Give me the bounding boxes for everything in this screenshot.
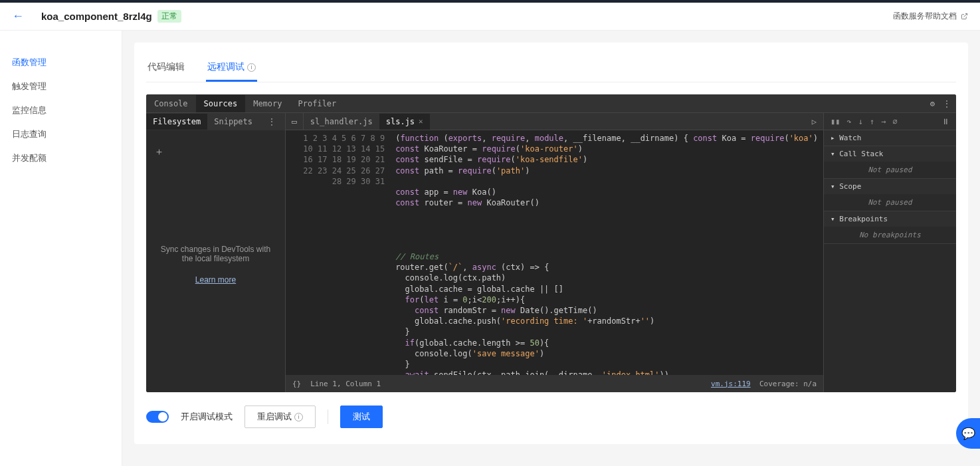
- info-icon[interactable]: i: [247, 63, 256, 72]
- editor-pane: ▭ sl_handler.js sls.js✕ ▷ 1 2 3 4 5 6 7 …: [286, 113, 823, 392]
- sync-message: Sync changes in DevTools with the local …: [154, 245, 277, 263]
- source-link[interactable]: vm.js:119: [711, 380, 751, 388]
- step-out-icon[interactable]: ↑: [870, 117, 874, 126]
- file-tab-sls[interactable]: sls.js✕: [379, 114, 430, 130]
- status-badge: 正常: [157, 10, 181, 23]
- back-arrow-icon[interactable]: ←: [12, 9, 24, 23]
- sidebar-item-trigger-manage[interactable]: 触发管理: [0, 74, 122, 98]
- button-label: 重启调试: [257, 411, 292, 423]
- file-tab-label: sl_handler.js: [310, 117, 373, 126]
- sidebar-item-logs[interactable]: 日志查询: [0, 122, 122, 146]
- watch-section[interactable]: ▸ Watch: [824, 130, 956, 146]
- devtools-tab-sources[interactable]: Sources: [196, 95, 246, 112]
- help-doc-link[interactable]: 函数服务帮助文档: [893, 11, 968, 22]
- close-icon[interactable]: ✕: [419, 117, 423, 126]
- gear-icon[interactable]: ⚙: [930, 99, 935, 108]
- test-button[interactable]: 测试: [340, 406, 383, 428]
- divider: [328, 409, 328, 424]
- restart-debug-button[interactable]: 重启调试i: [245, 406, 316, 428]
- step-icon[interactable]: →: [881, 117, 886, 126]
- devtools-top-tabs: Console Sources Memory Profiler ⚙ ⋮: [146, 94, 956, 113]
- deactivate-bp-icon[interactable]: ⌀: [892, 117, 897, 126]
- step-over-icon[interactable]: ↷: [846, 117, 851, 126]
- bottom-actions: 开启调试模式 重启调试i 测试: [146, 406, 956, 428]
- sidebar-item-monitor[interactable]: 监控信息: [0, 98, 122, 122]
- tab-code-edit[interactable]: 代码编辑: [146, 55, 186, 82]
- page-header: ← koa_component_8rzl4g 正常 函数服务帮助文档: [0, 3, 980, 31]
- file-tab-label: sls.js: [386, 117, 415, 126]
- left-tab-snippets[interactable]: Snippets: [207, 114, 259, 130]
- external-link-icon: [961, 13, 968, 20]
- breakpoints-body: No breakpoints: [824, 227, 956, 243]
- callstack-body: Not paused: [824, 162, 956, 178]
- devtools-tab-profiler[interactable]: Profiler: [290, 95, 345, 112]
- breakpoints-section[interactable]: ▾ Breakpoints: [824, 211, 956, 227]
- learn-more-link[interactable]: Learn more: [195, 275, 236, 285]
- callstack-section[interactable]: ▾ Call Stack: [824, 146, 956, 162]
- braces-icon[interactable]: {}: [292, 380, 301, 388]
- navigator-icon[interactable]: ▭: [286, 113, 304, 130]
- sources-left-pane: Filesystem Snippets ⋮ ＋ Sync changes in …: [146, 113, 286, 392]
- scope-body: Not paused: [824, 194, 956, 211]
- scope-section[interactable]: ▾ Scope: [824, 179, 956, 194]
- pause-exceptions-icon[interactable]: ⏸: [941, 117, 949, 126]
- kebab-icon[interactable]: ⋮: [264, 117, 280, 126]
- tab-remote-debug[interactable]: 远程调试i: [206, 55, 257, 82]
- file-tab-sl-handler[interactable]: sl_handler.js: [304, 114, 379, 130]
- code-editor[interactable]: 1 2 3 4 5 6 7 8 9 10 11 12 13 14 15 16 1…: [286, 130, 823, 375]
- debug-mode-label: 开启调试模式: [181, 411, 233, 423]
- page-title: koa_component_8rzl4g: [41, 11, 152, 22]
- add-folder-icon[interactable]: ＋: [154, 146, 164, 158]
- coverage-label: Coverage: n/a: [759, 380, 817, 388]
- devtools-tab-console[interactable]: Console: [146, 95, 196, 112]
- debugger-pane: ▮▮ ↷ ↓ ↑ → ⌀ ⏸ ▸ Watch ▾ Call Stack Not …: [823, 113, 956, 392]
- tab-label: 远程调试: [207, 61, 245, 73]
- help-doc-label: 函数服务帮助文档: [893, 11, 957, 21]
- cursor-position: Line 1, Column 1: [310, 380, 381, 388]
- tab-label: 代码编辑: [147, 61, 185, 73]
- devtools-panel: Console Sources Memory Profiler ⚙ ⋮ File…: [146, 94, 956, 392]
- pause-icon[interactable]: ▮▮: [831, 117, 840, 126]
- left-tab-filesystem[interactable]: Filesystem: [146, 114, 207, 130]
- debug-mode-toggle[interactable]: [146, 411, 169, 423]
- sidebar-item-function-manage[interactable]: 函数管理: [0, 51, 122, 74]
- run-snippet-icon[interactable]: ▷: [805, 117, 823, 126]
- content-tabs: 代码编辑 远程调试i: [146, 43, 956, 82]
- editor-status-bar: {} Line 1, Column 1 vm.js:119 Coverage: …: [286, 375, 823, 392]
- step-into-icon[interactable]: ↓: [858, 117, 863, 126]
- devtools-tab-memory[interactable]: Memory: [245, 95, 290, 112]
- kebab-icon[interactable]: ⋮: [943, 99, 951, 108]
- code-body[interactable]: (function (exports, require, module, __f…: [390, 130, 823, 375]
- sidebar-item-concurrency[interactable]: 并发配额: [0, 146, 122, 170]
- left-sidebar: 函数管理 触发管理 监控信息 日志查询 并发配额: [0, 31, 122, 466]
- line-gutter: 1 2 3 4 5 6 7 8 9 10 11 12 13 14 15 16 1…: [286, 130, 390, 375]
- info-icon[interactable]: i: [294, 413, 303, 421]
